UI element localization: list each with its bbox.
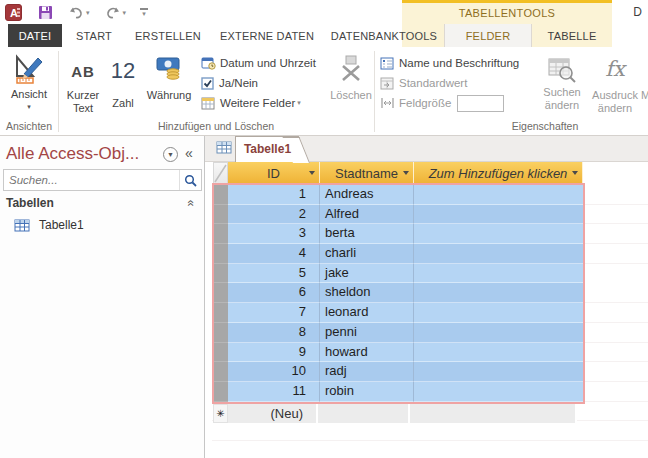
- save-button[interactable]: [38, 5, 53, 20]
- nav-shutter-icon[interactable]: «: [185, 145, 193, 161]
- tab-erstellen[interactable]: ERSTELLEN: [126, 24, 210, 47]
- design-view-icon: [14, 54, 44, 86]
- short-text-button[interactable]: AB Kurzer Text: [61, 51, 105, 129]
- record-name-cell[interactable]: howard: [320, 343, 414, 363]
- record-empty-cell[interactable]: [414, 382, 583, 402]
- record-id-cell[interactable]: 11: [228, 382, 320, 402]
- search-icon[interactable]: [179, 170, 201, 190]
- record-id-cell[interactable]: 7: [228, 303, 320, 323]
- record-name-cell[interactable]: Alfred: [320, 205, 414, 225]
- tab-tabelle[interactable]: TABELLE: [532, 24, 612, 47]
- more-fields-button[interactable]: Weitere Felder ▾: [201, 95, 301, 111]
- new-record-name-cell[interactable]: [318, 404, 410, 423]
- column-header-id[interactable]: ID: [228, 162, 320, 184]
- column-header-stadtname[interactable]: Stadtname: [320, 162, 414, 184]
- row-selector[interactable]: [214, 343, 228, 363]
- more-fields-dropdown-icon[interactable]: ▾: [297, 99, 301, 107]
- undo-button[interactable]: ▾: [68, 6, 90, 19]
- tab-start[interactable]: START: [62, 24, 126, 47]
- record-empty-cell[interactable]: [414, 362, 583, 382]
- search-input[interactable]: [4, 170, 179, 190]
- row-selector[interactable]: [214, 323, 228, 343]
- row-selector[interactable]: [214, 264, 228, 284]
- record-name-cell[interactable]: berta: [320, 224, 414, 244]
- datetime-button[interactable]: Datum und Uhrzeit: [201, 55, 316, 71]
- nav-item-tabelle1[interactable]: Tabelle1: [14, 218, 84, 232]
- record-empty-cell[interactable]: [414, 303, 583, 323]
- modify-lookups-button[interactable]: Suchen ändern: [536, 51, 588, 129]
- new-record-id-cell[interactable]: (Neu): [228, 404, 318, 423]
- record-id-cell[interactable]: 5: [228, 264, 320, 284]
- record-name-cell[interactable]: robin: [320, 382, 414, 402]
- record-rows: 1Andreas2Alfred3berta4charli5jake6sheldo…: [214, 185, 583, 402]
- record-empty-cell[interactable]: [414, 283, 583, 303]
- record-name-cell[interactable]: radj: [320, 362, 414, 382]
- filter-dropdown-icon[interactable]: [309, 171, 315, 175]
- redo-button[interactable]: ▾: [105, 6, 127, 19]
- record-empty-cell[interactable]: [414, 244, 583, 264]
- nav-group-tabellen[interactable]: Tabellen «: [6, 196, 199, 210]
- record-name-cell[interactable]: sheldon: [320, 283, 414, 303]
- filter-dropdown-icon[interactable]: [572, 171, 578, 175]
- record-id-cell[interactable]: 6: [228, 283, 320, 303]
- row-selector[interactable]: [214, 283, 228, 303]
- number-button[interactable]: 12 Zahl: [106, 51, 140, 129]
- record-name-cell[interactable]: Andreas: [320, 185, 414, 205]
- record-empty-cell[interactable]: [414, 205, 583, 225]
- row-selector[interactable]: [214, 303, 228, 323]
- record-id-cell[interactable]: 1: [228, 185, 320, 205]
- select-all-corner[interactable]: [213, 162, 228, 184]
- memo-settings-button[interactable]: Me: [641, 51, 648, 129]
- view-dropdown-icon[interactable]: ▾: [6, 103, 52, 111]
- new-record-row[interactable]: ✳ (Neu): [213, 404, 577, 423]
- record-empty-cell[interactable]: [414, 323, 583, 343]
- record-empty-cell[interactable]: [414, 224, 583, 244]
- name-caption-button[interactable]: Name und Beschriftung: [380, 55, 519, 71]
- new-record-selector[interactable]: ✳: [213, 404, 228, 423]
- yesno-button[interactable]: Ja/Nein: [201, 75, 258, 91]
- filter-dropdown-icon[interactable]: [403, 171, 409, 175]
- record-id-cell[interactable]: 4: [228, 244, 320, 264]
- record-empty-cell[interactable]: [414, 343, 583, 363]
- collapse-group-icon[interactable]: «: [185, 200, 199, 207]
- record-name-cell[interactable]: penni: [320, 323, 414, 343]
- document-tab-tabelle1[interactable]: Tabelle1: [235, 136, 299, 162]
- new-record-empty-cell[interactable]: [410, 404, 577, 423]
- row-selector[interactable]: [214, 224, 228, 244]
- delete-button[interactable]: Löschen: [330, 51, 372, 129]
- currency-icon: [155, 56, 183, 82]
- row-selector[interactable]: [214, 382, 228, 402]
- record-empty-cell[interactable]: [414, 185, 583, 205]
- row-selector[interactable]: [214, 362, 228, 382]
- currency-button[interactable]: Währung: [141, 51, 197, 129]
- group-label-hinzufuegen: Hinzufügen und Löschen: [60, 120, 372, 132]
- row-selector[interactable]: [214, 205, 228, 225]
- redo-dropdown-icon[interactable]: ▾: [123, 9, 127, 17]
- column-header-add-field[interactable]: Zum Hinzufügen klicken: [414, 162, 583, 184]
- customize-quick-access-icon[interactable]: ▾: [140, 8, 148, 18]
- record-name-cell[interactable]: leonard: [320, 303, 414, 323]
- tab-externe-daten[interactable]: EXTERNE DATEN: [210, 24, 324, 47]
- record-id-cell[interactable]: 9: [228, 343, 320, 363]
- tab-datei[interactable]: DATEI: [8, 24, 62, 47]
- field-size-input[interactable]: [457, 95, 504, 112]
- default-value-button[interactable]: Standardwert: [380, 75, 467, 91]
- row-selector[interactable]: [214, 185, 228, 205]
- record-id-cell[interactable]: 3: [228, 224, 320, 244]
- row-selector[interactable]: [214, 244, 228, 264]
- record-id-cell[interactable]: 10: [228, 362, 320, 382]
- record-id-cell[interactable]: 8: [228, 323, 320, 343]
- undo-dropdown-icon[interactable]: ▾: [86, 9, 90, 17]
- modify-expression-button[interactable]: fx Ausdruck ändern: [590, 51, 640, 129]
- record-id-cell[interactable]: 2: [228, 205, 320, 225]
- tab-felder-active[interactable]: FELDER: [444, 24, 532, 47]
- group-label-ansichten: Ansichten: [0, 120, 58, 132]
- record-name-cell[interactable]: jake: [320, 264, 414, 284]
- nav-menu-dropdown-icon[interactable]: ▼: [163, 147, 178, 162]
- nav-pane-title[interactable]: Alle Access-Obj...: [6, 144, 139, 164]
- record-name-cell[interactable]: charli: [320, 244, 414, 264]
- record-empty-cell[interactable]: [414, 264, 583, 284]
- view-button[interactable]: Ansicht ▾: [6, 51, 52, 129]
- svg-text:A: A: [10, 7, 18, 19]
- tab-datenbanktools[interactable]: DATENBANKTOOLS: [324, 24, 444, 47]
